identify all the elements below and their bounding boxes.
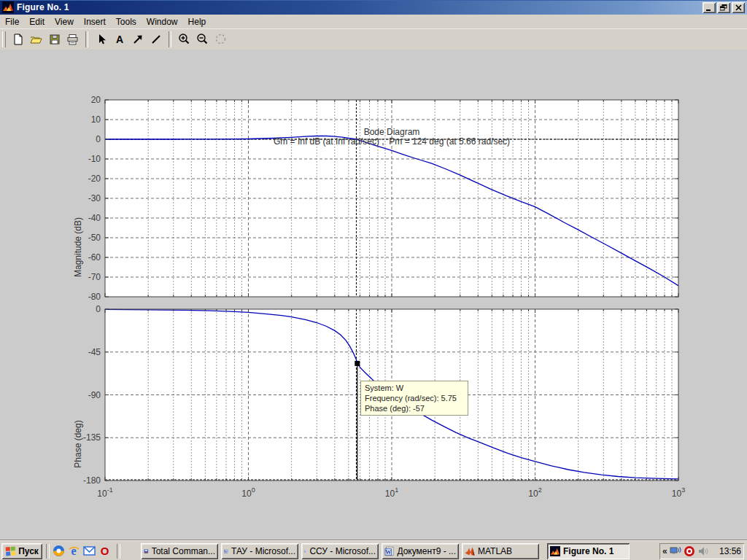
svg-text:W: W [224,551,227,553]
internet-explorer-icon[interactable]: e [68,545,80,557]
word-document-icon: W [384,546,394,556]
text-tool-button[interactable]: A [110,31,128,47]
open-file-button[interactable] [27,31,45,47]
svg-text:-180: -180 [83,475,101,486]
restore-icon [720,4,727,11]
svg-text:-80: -80 [88,292,101,302]
task-label: Figure No. 1 [563,546,614,556]
phase-axis-label: Phase (deg) [73,420,83,467]
zoom-out-button[interactable] [193,31,212,47]
new-figure-button[interactable] [9,31,27,47]
network-status-icon[interactable] [670,545,681,557]
svg-text:-10: -10 [88,154,101,164]
menu-file[interactable]: File [0,15,24,28]
svg-text:100: 100 [241,486,255,499]
svg-text:-50: -50 [88,233,101,243]
menu-bar: File Edit View Insert Tools Window Help [0,15,747,28]
save-figure-button[interactable] [45,31,63,47]
task-matlab[interactable]: MATLAB [462,543,539,559]
data-tip-frequency: Frequency (rad/sec): 5.75 [365,393,464,403]
menu-tools[interactable]: Tools [111,15,142,28]
outlook-express-icon[interactable] [83,545,96,557]
toolbar-separator [169,31,171,47]
svg-text:102: 102 [528,486,541,499]
bode-plots[interactable]: 20100-10-20-30-40-50-60-70-800-45-90-135… [0,50,747,540]
toolbar-separator [85,31,88,47]
tray-collapse-chevron[interactable]: « [662,546,667,556]
menu-insert[interactable]: Insert [79,15,111,28]
svg-text:A: A [115,34,123,45]
task-label: ССУ - Microsof... [309,546,376,556]
task-label: Документ9 - ... [397,546,456,556]
window-titlebar[interactable]: Figure No. 1 [0,0,747,15]
system-tray: « 13:56 [659,543,744,559]
open-folder-icon [30,34,42,45]
taskbar-clock: 13:56 [719,546,741,556]
volume-icon[interactable] [697,545,709,557]
data-tip-system: System: W [365,383,464,393]
svg-text:e: e [71,545,76,557]
svg-text:-135: -135 [83,432,101,443]
svg-text:-20: -20 [88,174,101,184]
word-document-icon: W [304,546,306,556]
pointer-tool-button[interactable] [92,31,110,47]
task-word-ssu[interactable]: W ССУ - Microsof... [301,543,379,559]
media-player-icon[interactable] [53,545,65,557]
matlab-figure-icon [2,1,14,13]
toolbar-grip[interactable] [2,31,6,47]
svg-text:10: 10 [91,114,101,125]
taskbar-divider [46,544,50,559]
line-annotation-button[interactable] [147,31,165,47]
svg-text:-45: -45 [88,347,101,357]
task-total-commander[interactable]: Total Comman... [141,543,218,559]
taskbar-divider [117,544,120,559]
restore-button[interactable] [717,2,730,13]
svg-text:103: 103 [672,486,685,499]
matlab-icon [465,546,475,556]
menu-help[interactable]: Help [183,15,212,28]
svg-text:W: W [385,548,392,556]
magnitude-axis-label: Magnitude (dB) [73,217,83,277]
rotate-3d-button[interactable] [212,31,230,47]
svg-text:-30: -30 [88,193,101,203]
task-word-tau[interactable]: W ТАУ - Microsof... [221,543,298,559]
task-label: ТАУ - Microsof... [231,546,295,556]
print-figure-button[interactable] [63,31,82,47]
antivirus-icon[interactable] [684,545,695,557]
arrow-annotation-button[interactable] [128,31,147,47]
zoom-in-icon [178,33,190,45]
menu-window[interactable]: Window [142,15,183,28]
close-button[interactable] [732,2,745,13]
menu-edit[interactable]: Edit [24,15,50,28]
new-document-icon [12,34,24,45]
zoom-in-button[interactable] [175,31,193,47]
figure-canvas[interactable]: 20100-10-20-30-40-50-60-70-800-45-90-135… [0,50,747,540]
task-figure-no-1[interactable]: Figure No. 1 [547,543,630,559]
data-tip[interactable]: System: W Frequency (rad/sec): 5.75 Phas… [360,381,468,416]
matlab-figure-icon [550,546,560,556]
figure-toolbar: A [0,28,747,50]
text-a-icon: A [114,34,125,45]
svg-text:0: 0 [96,304,101,314]
minimize-icon [705,4,713,11]
svg-text:0: 0 [96,134,101,144]
close-icon [735,4,742,11]
minimize-button[interactable] [703,2,716,13]
data-tip-phase: Phase (deg): -57 [365,403,464,413]
start-button[interactable]: Пуск [1,543,42,559]
menu-view[interactable]: View [50,15,79,28]
svg-text:-40: -40 [88,213,101,223]
save-floppy-icon [49,34,61,45]
printer-icon [66,34,79,45]
diagonal-line-icon [150,34,162,45]
northeast-arrow-icon [132,34,144,45]
task-label: Total Comman... [152,546,215,556]
windows-flag-icon [5,546,16,556]
zoom-out-icon [196,33,209,45]
window-title: Figure No. 1 [17,2,69,12]
taskbar: Пуск e O Total Comman... [0,540,747,560]
task-word-document9[interactable]: W Документ9 - ... [382,543,459,559]
svg-text:10-1: 10-1 [97,486,112,499]
opera-icon[interactable]: O [98,545,111,557]
start-button-label: Пуск [18,546,39,556]
